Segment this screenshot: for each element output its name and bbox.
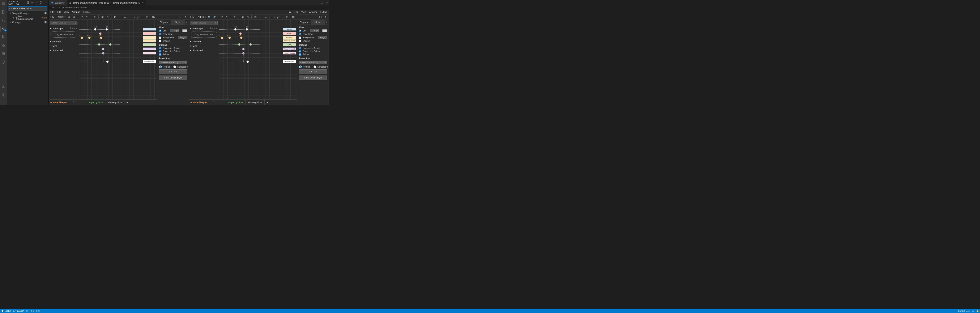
node[interactable]	[228, 37, 231, 39]
legend-master[interactable]: Master	[283, 28, 296, 31]
menu-extras[interactable]: Extras	[320, 11, 327, 13]
menu-extras[interactable]: Extras	[83, 11, 90, 13]
node[interactable]	[94, 28, 97, 31]
checkmark-icon[interactable]	[35, 1, 38, 5]
portrait-radio[interactable]	[299, 65, 302, 68]
format-panel-icon[interactable]: ▯	[323, 15, 328, 19]
commit-message-input[interactable]	[8, 6, 47, 11]
shadow-check[interactable]	[299, 40, 301, 42]
paper-size-select[interactable]: US-Letter (8,5" x 11")⇅	[299, 61, 327, 64]
shadow-check[interactable]	[159, 40, 161, 42]
node[interactable]	[239, 32, 242, 35]
tab-style[interactable]: Style	[171, 20, 185, 25]
landscape-radio[interactable]	[173, 65, 176, 68]
menu-view[interactable]: View	[64, 11, 69, 13]
to-back-icon[interactable]: ▢	[245, 15, 250, 19]
more-icon[interactable]: ⋯	[43, 1, 47, 5]
table-icon[interactable]: ▦▾	[151, 15, 156, 19]
menu-edit[interactable]: Edit	[57, 11, 61, 13]
node[interactable]	[247, 60, 249, 63]
menu-file[interactable]: File	[288, 11, 291, 13]
page-tab-simple[interactable]: simple gitflow	[245, 100, 265, 105]
search-shapes-input[interactable]	[50, 21, 78, 25]
grid-size-input[interactable]	[310, 29, 318, 32]
explorer-icon[interactable]	[1, 9, 6, 14]
grid-color-swatch[interactable]	[322, 29, 327, 32]
page-tab-complex[interactable]: complex gitflow	[84, 100, 105, 105]
legend-ft1[interactable]	[143, 48, 156, 50]
image-button[interactable]: Image	[178, 36, 187, 39]
legend-hotfix[interactable]: Hotfix	[283, 32, 296, 35]
split-editor-icon[interactable]	[320, 0, 324, 5]
node[interactable]	[81, 37, 83, 39]
legend-release[interactable]	[143, 36, 156, 39]
close-icon[interactable]: ✕	[325, 20, 329, 25]
page-tab-complex[interactable]: complex gitflow	[224, 100, 245, 105]
legend-hotfix[interactable]	[143, 32, 156, 35]
waypoints-icon[interactable]: ┐▾	[136, 15, 140, 19]
tab-diagram[interactable]: Diagram	[298, 20, 311, 25]
breadcrumb[interactable]: blog› 🗎 gitflow-examples.drawio	[49, 5, 329, 10]
source-control-icon[interactable]: 1	[1, 26, 6, 31]
node[interactable]	[242, 48, 245, 50]
search-icon[interactable]	[1, 17, 6, 23]
zoom-in-icon[interactable]	[67, 15, 71, 19]
zoom-in-icon[interactable]: 🔍	[207, 15, 211, 19]
menu-file[interactable]: File	[50, 11, 54, 13]
legend-ft2[interactable]: Feature team 2	[283, 52, 296, 54]
conn-arrows-check[interactable]	[159, 47, 161, 49]
node[interactable]	[245, 28, 248, 31]
legend-ft2[interactable]	[143, 52, 156, 54]
tab-welcome[interactable]: Welcome	[49, 0, 67, 5]
view-tree-icon[interactable]	[27, 1, 30, 5]
guides-check[interactable]	[159, 53, 161, 56]
legend-nightly[interactable]	[143, 43, 156, 46]
grid-check[interactable]	[299, 30, 301, 32]
fill-icon[interactable]: ◧	[253, 15, 258, 19]
page-tab-simple[interactable]: simple gitflow	[105, 100, 124, 105]
node[interactable]	[98, 43, 100, 46]
node[interactable]	[102, 48, 105, 50]
line-icon[interactable]: ／	[258, 15, 262, 19]
close-icon[interactable]: ✕	[142, 2, 144, 4]
fill-icon[interactable]: ◧	[113, 15, 117, 19]
group-general[interactable]: ▸General	[49, 39, 79, 44]
node[interactable]	[99, 32, 102, 35]
to-back-icon[interactable]: ▢	[105, 15, 110, 19]
edit-data-button[interactable]: Edit Data	[299, 70, 327, 74]
search-shapes-input[interactable]	[190, 21, 218, 25]
edit-data-button[interactable]: Edit Data	[159, 70, 187, 74]
clear-style-button[interactable]: Clear Default Style	[159, 76, 187, 80]
scratchpad-header[interactable]: ▾Scratchpad ?+✎✕	[189, 26, 219, 31]
staged-changes-section[interactable]: ▾ Staged Changes 1	[7, 11, 48, 15]
github-icon[interactable]	[1, 60, 6, 65]
node[interactable]	[105, 28, 108, 31]
legend-relfix[interactable]: Release Fixes	[283, 39, 296, 42]
node[interactable]	[88, 37, 91, 39]
scratchpad-dropzone[interactable]: Drag elements here	[50, 32, 77, 38]
legend-release[interactable]: Release	[283, 36, 296, 39]
guides-check[interactable]	[299, 53, 301, 56]
node[interactable]	[240, 37, 243, 39]
node[interactable]	[100, 37, 102, 39]
scratchpad-header[interactable]: ▾Scratchpad ?+✎✕	[49, 26, 79, 31]
legend-nightly[interactable]: Nightly	[283, 43, 296, 46]
menu-view[interactable]: View	[301, 11, 306, 13]
grid-color-swatch[interactable]	[182, 29, 187, 32]
add-page-icon[interactable]: +	[265, 100, 270, 105]
node[interactable]	[221, 37, 223, 39]
run-icon[interactable]	[1, 34, 6, 40]
group-general[interactable]: ▸General	[189, 39, 219, 44]
undo-icon[interactable]: ↶	[220, 15, 224, 19]
group-misc[interactable]: ▸Misc	[189, 44, 219, 48]
redo-icon[interactable]: ↷	[85, 15, 89, 19]
menu-icon[interactable]	[1, 1, 6, 6]
menu-edit[interactable]: Edit	[294, 11, 298, 13]
line-icon[interactable]: ／	[118, 15, 123, 19]
format-panel-icon[interactable]: ▯	[183, 15, 188, 19]
table-icon[interactable]: ▦▾	[292, 15, 296, 19]
legend-master[interactable]	[143, 28, 156, 31]
to-front-icon[interactable]: ▣	[240, 15, 245, 19]
scratchpad-dropzone[interactable]: Drag elements here	[191, 32, 217, 38]
extensions-icon[interactable]	[1, 43, 6, 48]
